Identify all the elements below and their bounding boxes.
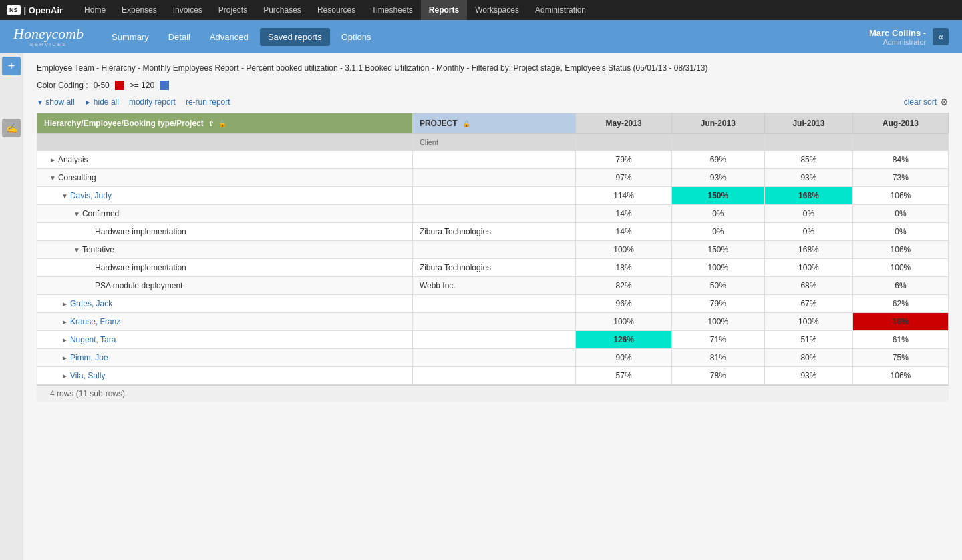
- sub-nav-links: Summary Detail Advanced Saved reports Op…: [104, 28, 869, 46]
- color-range1-label: 0-50: [94, 81, 110, 90]
- sub-header-project: Client: [412, 134, 576, 151]
- show-all-arrow: ▼: [37, 99, 43, 106]
- cell-jul-confirmed: 0%: [765, 205, 853, 223]
- nav-expenses[interactable]: Expenses: [114, 0, 165, 20]
- hide-all-arrow: ►: [85, 99, 92, 106]
- collapse-arrow[interactable]: ▼: [73, 246, 80, 254]
- cell-jul-hw-impl-tent: 100%: [765, 259, 853, 277]
- cell-hierarchy-confirmed: ▼Confirmed: [37, 205, 413, 223]
- cell-project-davis-judy: [412, 187, 576, 205]
- table-row: Hardware implementationZibura Technologi…: [37, 223, 949, 241]
- cell-may-confirmed: 14%: [576, 205, 671, 223]
- color-coding-label: Color Coding :: [37, 81, 88, 90]
- toolbar-right: clear sort ⚙: [904, 97, 949, 107]
- tab-summary[interactable]: Summary: [104, 28, 157, 46]
- cell-aug-analysis: 84%: [852, 151, 948, 169]
- clear-sort-link[interactable]: clear sort: [904, 97, 937, 107]
- nav-resources[interactable]: Resources: [309, 0, 363, 20]
- tab-options[interactable]: Options: [333, 28, 379, 46]
- cell-aug-confirmed: 0%: [852, 205, 948, 223]
- cell-may-gates-jack: 96%: [576, 295, 671, 313]
- row-link-vila-sally[interactable]: Vila, Sally: [70, 371, 105, 380]
- toolbar-row: ▼ show all ► hide all modify report re-r…: [37, 97, 949, 107]
- row-link-gates-jack[interactable]: Gates, Jack: [70, 299, 112, 308]
- netsuite-logo: NS: [7, 5, 21, 15]
- add-button[interactable]: +: [2, 57, 21, 75]
- cell-may-psa-module: 82%: [576, 277, 671, 295]
- expand-button[interactable]: «: [933, 28, 949, 45]
- table-row: ▼Davis, Judy114%150%168%106%: [37, 187, 949, 205]
- table-row: ►Gates, Jack96%79%67%62%: [37, 295, 949, 313]
- color-box-red: [115, 81, 124, 90]
- cell-aug-nugent-tara: 61%: [852, 331, 948, 349]
- cell-may-hw-impl-tent: 18%: [576, 259, 671, 277]
- collapse-arrow[interactable]: ▼: [61, 192, 68, 200]
- cell-jun-davis-judy: 150%: [671, 187, 764, 205]
- main-layout: + ✍ Employee Team - Hierarchy - Monthly …: [0, 53, 962, 560]
- col-header-project: PROJECT 🔒: [412, 113, 576, 134]
- sort-icon[interactable]: ⇧: [208, 120, 214, 127]
- tab-saved-reports[interactable]: Saved reports: [260, 28, 330, 46]
- table-row: Hardware implementationZibura Technologi…: [37, 259, 949, 277]
- hide-all-link[interactable]: ► hide all: [85, 97, 119, 107]
- col-header-jun: Jun-2013: [671, 113, 764, 134]
- col-header-hierarchy: Hierarchy/Employee/Booking type/Project …: [37, 113, 413, 134]
- honeycomb-logo: Honeycomb: [13, 27, 84, 41]
- nav-reports[interactable]: Reports: [421, 0, 467, 20]
- collapse-arrow[interactable]: ▼: [49, 174, 56, 182]
- expand-arrow[interactable]: ►: [61, 372, 68, 380]
- nav-purchases[interactable]: Purchases: [255, 0, 309, 20]
- show-all-label: show all: [45, 97, 74, 107]
- row-link-pimm-joe[interactable]: Pimm, Joe: [70, 353, 108, 362]
- nav-home[interactable]: Home: [76, 0, 114, 20]
- sidebar: + ✍: [0, 53, 23, 560]
- rerun-report-link[interactable]: re-run report: [186, 97, 230, 107]
- cell-may-hw-impl-confirmed: 14%: [576, 223, 671, 241]
- color-box-blue: [160, 81, 169, 90]
- comment-button[interactable]: ✍: [2, 119, 21, 137]
- main-content: Employee Team - Hierarchy - Monthly Empl…: [23, 53, 962, 560]
- cell-project-vila-sally: [412, 367, 576, 385]
- cell-may-krause-franz: 100%: [576, 313, 671, 331]
- tab-advanced[interactable]: Advanced: [202, 28, 257, 46]
- hierarchy-label: Hierarchy/Employee/Booking type/Project: [44, 119, 204, 128]
- cell-aug-vila-sally: 106%: [852, 367, 948, 385]
- honeycomb-sub: SERVICES: [13, 41, 84, 47]
- gear-icon[interactable]: ⚙: [940, 97, 949, 107]
- table-row: ►Analysis79%69%85%84%: [37, 151, 949, 169]
- cell-jun-gates-jack: 79%: [671, 295, 764, 313]
- collapse-arrow[interactable]: ▼: [73, 210, 80, 218]
- expand-arrow[interactable]: ►: [49, 156, 56, 164]
- cell-aug-hw-impl-tent: 100%: [852, 259, 948, 277]
- cell-aug-krause-franz: 18%: [852, 313, 948, 331]
- app-logo-area: Honeycomb SERVICES: [13, 27, 84, 47]
- report-table: Hierarchy/Employee/Booking type/Project …: [37, 113, 949, 385]
- show-all-link[interactable]: ▼ show all: [37, 97, 75, 107]
- expand-arrow[interactable]: ►: [61, 318, 68, 326]
- cell-jun-vila-sally: 78%: [671, 367, 764, 385]
- cell-hierarchy-krause-franz: ►Krause, Franz: [37, 313, 413, 331]
- nav-timesheets[interactable]: Timesheets: [363, 0, 421, 20]
- cell-may-pimm-joe: 90%: [576, 349, 671, 367]
- row-label-analysis: Analysis: [58, 155, 88, 164]
- table-row: ►Pimm, Joe90%81%80%75%: [37, 349, 949, 367]
- nav-projects[interactable]: Projects: [210, 0, 255, 20]
- row-link-krause-franz[interactable]: Krause, Franz: [70, 317, 120, 326]
- cell-jul-nugent-tara: 51%: [765, 331, 853, 349]
- cell-aug-psa-module: 6%: [852, 277, 948, 295]
- nav-administration[interactable]: Administration: [527, 0, 594, 20]
- openair-label: | OpenAir: [24, 5, 63, 15]
- tab-detail[interactable]: Detail: [160, 28, 198, 46]
- cell-hierarchy-pimm-joe: ►Pimm, Joe: [37, 349, 413, 367]
- row-link-davis-judy[interactable]: Davis, Judy: [70, 191, 112, 200]
- modify-report-link[interactable]: modify report: [129, 97, 176, 107]
- cell-aug-hw-impl-confirmed: 0%: [852, 223, 948, 241]
- color-range2-label: >= 120: [130, 81, 154, 90]
- expand-arrow[interactable]: ►: [61, 336, 68, 344]
- row-link-nugent-tara[interactable]: Nugent, Tara: [70, 335, 116, 344]
- cell-jun-confirmed: 0%: [671, 205, 764, 223]
- nav-invoices[interactable]: Invoices: [165, 0, 210, 20]
- expand-arrow[interactable]: ►: [61, 300, 68, 308]
- nav-workspaces[interactable]: Workspaces: [467, 0, 527, 20]
- expand-arrow[interactable]: ►: [61, 354, 68, 362]
